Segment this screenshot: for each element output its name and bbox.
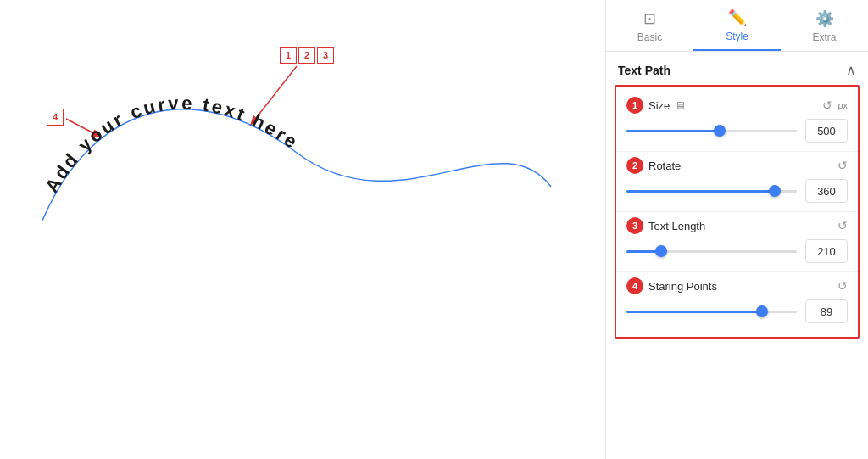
textlength-right: ↺ xyxy=(837,219,848,232)
size-label-row: 1 Size 🖥 ↺ px xyxy=(626,97,848,114)
section-title: Text Path xyxy=(618,64,670,77)
size-unit: px xyxy=(837,100,848,110)
textlength-reset[interactable]: ↺ xyxy=(837,219,848,232)
rotate-label-row: 2 Rotate ↺ xyxy=(626,157,848,174)
size-slider-row: 500 xyxy=(626,119,848,143)
size-label: Size xyxy=(648,99,670,112)
textlength-label-row: 3 Text Length ↺ xyxy=(626,217,848,234)
rotate-right: ↺ xyxy=(837,159,848,172)
badge-1: 1 xyxy=(626,97,643,114)
tab-basic[interactable]: ⊡ Basic xyxy=(606,0,693,51)
size-control: 1 Size 🖥 ↺ px 500 xyxy=(616,93,858,152)
right-panel: ⊡ Basic ✏️ Style ⚙️ Extra Text Path ∧ 1 … xyxy=(605,0,868,459)
startpoints-label: Staring Points xyxy=(648,280,717,293)
tab-extra-label: Extra xyxy=(812,31,836,43)
startpoints-value[interactable]: 89 xyxy=(805,299,848,323)
startpoints-right: ↺ xyxy=(837,279,848,293)
startpoints-reset[interactable]: ↺ xyxy=(837,279,848,293)
badge-4: 4 xyxy=(626,277,643,294)
rotate-slider[interactable] xyxy=(626,190,797,193)
extra-icon: ⚙️ xyxy=(815,9,834,28)
rotate-control: 2 Rotate ↺ 360 xyxy=(616,154,858,212)
rotate-slider-wrapper xyxy=(626,183,797,199)
control-area: 1 Size 🖥 ↺ px 500 2 Ro xyxy=(615,85,860,339)
textlength-slider-row: 210 xyxy=(626,239,848,263)
startpoints-control: 4 Staring Points ↺ 89 xyxy=(616,274,858,332)
startpoints-slider-wrapper xyxy=(626,304,797,319)
size-reset[interactable]: ↺ xyxy=(822,98,832,112)
canvas-area: 1 2 3 4 Add your curve text here xyxy=(0,0,605,459)
rotate-value[interactable]: 360 xyxy=(805,179,848,203)
tab-basic-label: Basic xyxy=(637,31,662,43)
textlength-label: Text Length xyxy=(648,220,705,232)
curved-text-canvas: Add your curve text here xyxy=(25,51,568,305)
svg-text:Add your curve text here: Add your curve text here xyxy=(41,92,303,197)
tab-style[interactable]: ✏️ Style xyxy=(693,0,781,51)
startpoints-label-left: 4 Staring Points xyxy=(626,277,717,294)
monitor-icon: 🖥 xyxy=(675,99,686,112)
textlength-slider-wrapper xyxy=(626,243,797,259)
badge-2: 2 xyxy=(626,157,643,174)
size-slider[interactable] xyxy=(626,130,797,132)
size-value[interactable]: 500 xyxy=(805,119,848,143)
tab-extra[interactable]: ⚙️ Extra xyxy=(781,0,868,51)
style-icon: ✏️ xyxy=(728,8,747,27)
rotate-label-left: 2 Rotate xyxy=(626,157,681,174)
textlength-control: 3 Text Length ↺ 210 xyxy=(616,214,858,272)
tab-style-label: Style xyxy=(726,31,748,42)
startpoints-slider-row: 89 xyxy=(626,299,848,323)
startpoints-slider[interactable] xyxy=(626,311,797,313)
tab-bar: ⊡ Basic ✏️ Style ⚙️ Extra xyxy=(606,0,868,52)
rotate-slider-row: 360 xyxy=(626,179,848,203)
basic-icon: ⊡ xyxy=(643,9,656,28)
size-label-left: 1 Size 🖥 xyxy=(626,97,686,114)
collapse-button[interactable]: ∧ xyxy=(846,62,856,78)
badge-3: 3 xyxy=(626,217,643,234)
textlength-value[interactable]: 210 xyxy=(805,239,848,263)
textlength-label-left: 3 Text Length xyxy=(626,217,705,234)
textlength-slider[interactable] xyxy=(626,250,797,253)
rotate-reset[interactable]: ↺ xyxy=(837,159,848,172)
size-right: ↺ px xyxy=(822,98,848,112)
rotate-label: Rotate xyxy=(648,160,681,172)
size-slider-wrapper xyxy=(626,123,797,138)
startpoints-label-row: 4 Staring Points ↺ xyxy=(626,277,848,294)
section-header: Text Path ∧ xyxy=(606,52,868,85)
